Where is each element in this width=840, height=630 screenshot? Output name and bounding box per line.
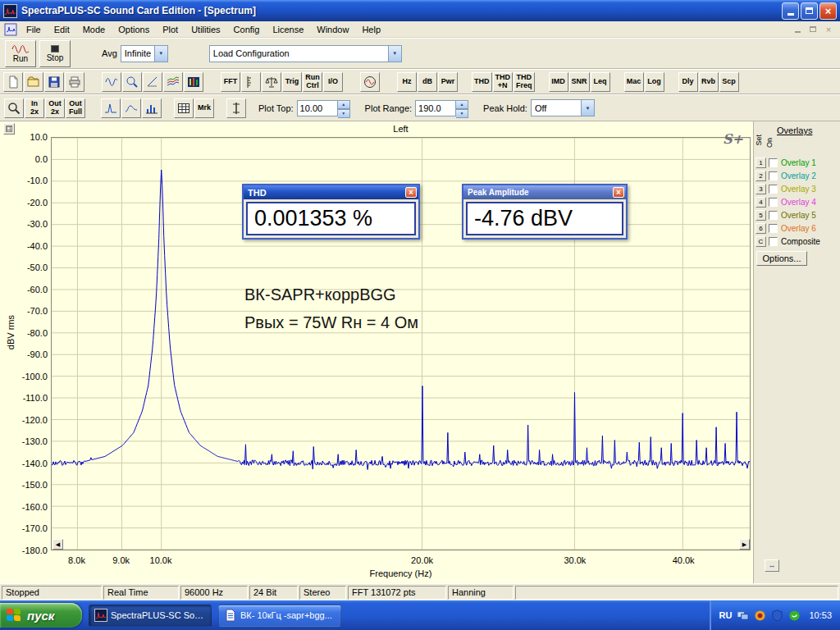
dly-button[interactable]: Dly (678, 72, 698, 92)
open-folder-button[interactable] (24, 72, 43, 92)
menu-file[interactable]: File (20, 23, 48, 36)
chevron-down-icon[interactable]: ▼ (338, 109, 350, 118)
overlay-set-button-4[interactable]: 4 (756, 197, 766, 208)
mrk-button[interactable]: Mrk (194, 98, 214, 118)
tray-security-icon[interactable] (771, 609, 783, 622)
taskbar-task-1[interactable]: SpectraPLUS-SC Sou... (89, 605, 212, 627)
overlay-checkbox-1[interactable] (769, 158, 778, 167)
thd-button[interactable]: THD (472, 72, 492, 92)
data-table-button[interactable] (174, 98, 194, 118)
language-indicator[interactable]: RU (719, 610, 733, 620)
weighting-button[interactable] (262, 72, 281, 92)
start-button[interactable]: пуск (0, 603, 82, 628)
close-button[interactable]: × (819, 2, 837, 20)
surface-button[interactable] (163, 72, 183, 92)
rvb-button[interactable]: Rvb (699, 72, 719, 92)
menu-mode[interactable]: Mode (76, 23, 112, 36)
overlay-checkbox-2[interactable] (769, 171, 778, 180)
overlay-set-button-5[interactable]: 5 (756, 210, 766, 221)
menu-plot[interactable]: Plot (156, 23, 185, 36)
stop-button[interactable]: Stop (39, 40, 71, 67)
pwr-button[interactable]: Pwr (438, 72, 458, 92)
plot-top-spin-arrows[interactable]: ▲▼ (338, 100, 350, 116)
overlay-set-button-c[interactable]: C (756, 236, 766, 247)
menu-options[interactable]: Options (112, 23, 156, 36)
new-file-button[interactable] (3, 72, 23, 92)
tray-antivirus-icon[interactable] (754, 609, 766, 622)
menu-config[interactable]: Config (227, 23, 267, 36)
child-close-button[interactable]: × (822, 24, 835, 35)
thd-meter-close-icon[interactable]: × (405, 187, 417, 198)
phase-button[interactable] (143, 72, 162, 92)
child-minimize-button[interactable] (791, 24, 804, 35)
peak-curve-button[interactable] (101, 98, 121, 118)
chevron-up-icon[interactable]: ▲ (456, 100, 468, 109)
peak-hold-dropdown[interactable]: Off ▼ (531, 99, 595, 116)
plot-range-spinner[interactable]: ▲▼ (415, 100, 468, 116)
spectrum-zoom-button[interactable] (122, 72, 142, 92)
line-plot-button[interactable] (121, 98, 141, 118)
run-button[interactable]: Run (5, 40, 36, 67)
signal-generator-button[interactable] (360, 72, 380, 92)
overlay-checkbox-3[interactable] (769, 185, 778, 194)
overlay-set-button-3[interactable]: 3 (756, 184, 766, 194)
x-axis-scroll-right-button[interactable]: ▶ (739, 539, 750, 550)
peak-amplitude-meter-window[interactable]: Peak Amplitude × -4.76 dBV (462, 184, 628, 240)
hz-button[interactable]: Hz (397, 72, 417, 92)
menu-window[interactable]: Window (310, 23, 355, 36)
out-2x-button[interactable]: Out 2x (45, 98, 65, 118)
thd-freq-button[interactable]: THD Freq (514, 72, 535, 92)
overlays-options-button[interactable]: Options... (756, 251, 807, 266)
overlay-set-button-1[interactable]: 1 (756, 158, 766, 168)
thd-meter-window[interactable]: THD × 0.001353 % (242, 184, 420, 240)
leq-button[interactable]: Leq (591, 72, 610, 92)
chevron-up-icon[interactable]: ▲ (338, 100, 350, 109)
overlay-checkbox-5[interactable] (769, 211, 778, 220)
db-button[interactable]: dB (418, 72, 437, 92)
plot-range-input[interactable] (415, 100, 456, 116)
plot-top-input[interactable] (297, 100, 338, 116)
fft-button[interactable]: FFT (221, 72, 240, 92)
snr-button[interactable]: SNR (569, 72, 590, 92)
avg-dropdown[interactable]: Infinite ▼ (121, 45, 168, 62)
chevron-down-icon[interactable]: ▼ (456, 109, 468, 118)
minimize-button[interactable] (782, 2, 799, 20)
overlay-checkbox-6[interactable] (769, 224, 778, 233)
print-button[interactable] (65, 72, 84, 92)
restore-button[interactable] (801, 2, 818, 20)
peak-meter-close-icon[interactable]: × (613, 187, 624, 198)
overlay-set-button-2[interactable]: 2 (756, 171, 766, 181)
menu-utilities[interactable]: Utilities (185, 23, 226, 36)
child-restore-button[interactable] (806, 24, 819, 35)
tray-messenger-icon[interactable] (788, 609, 801, 622)
zoom-tool-button[interactable] (4, 98, 24, 118)
in-2x-button[interactable]: In 2x (25, 98, 44, 118)
marker-line-button[interactable] (226, 98, 246, 118)
menu-license[interactable]: License (266, 23, 310, 36)
thd-meter-titlebar[interactable]: THD × (244, 185, 418, 199)
spectrogram-button[interactable] (184, 72, 203, 92)
scp-button[interactable]: Scp (719, 72, 739, 92)
axis-options-button[interactable]: ↔ (765, 559, 779, 572)
plot-range-spin-arrows[interactable]: ▲▼ (456, 100, 468, 116)
overlay-set-button-6[interactable]: 6 (756, 223, 766, 234)
time-series-button[interactable] (102, 72, 121, 92)
out-full-button[interactable]: Out Full (66, 98, 85, 118)
scaling-button[interactable] (241, 72, 261, 92)
x-axis-scroll-left-button[interactable]: ◀ (52, 539, 63, 550)
taskbar-task-2[interactable]: ВК- 10кГц -sapr+bgg... (218, 605, 341, 627)
mac-button[interactable]: Mac (624, 72, 644, 92)
trig-button[interactable]: Trig (282, 72, 302, 92)
tray-network-icon[interactable] (737, 609, 749, 622)
save-button[interactable] (44, 72, 64, 92)
menu-help[interactable]: Help (355, 23, 387, 36)
view-menu-button[interactable] (3, 123, 15, 135)
load-configuration-dropdown[interactable]: Load Configuration ▼ (209, 45, 402, 62)
peak-meter-titlebar[interactable]: Peak Amplitude × (463, 185, 626, 199)
menu-edit[interactable]: Edit (48, 23, 76, 36)
thd-n-button[interactable]: THD +N (493, 72, 514, 92)
log-button[interactable]: Log (645, 72, 664, 92)
overlay-checkbox-4[interactable] (769, 198, 778, 207)
run-ctrl-button[interactable]: Run Ctrl (303, 72, 322, 92)
overlay-checkbox-c[interactable] (769, 237, 778, 246)
